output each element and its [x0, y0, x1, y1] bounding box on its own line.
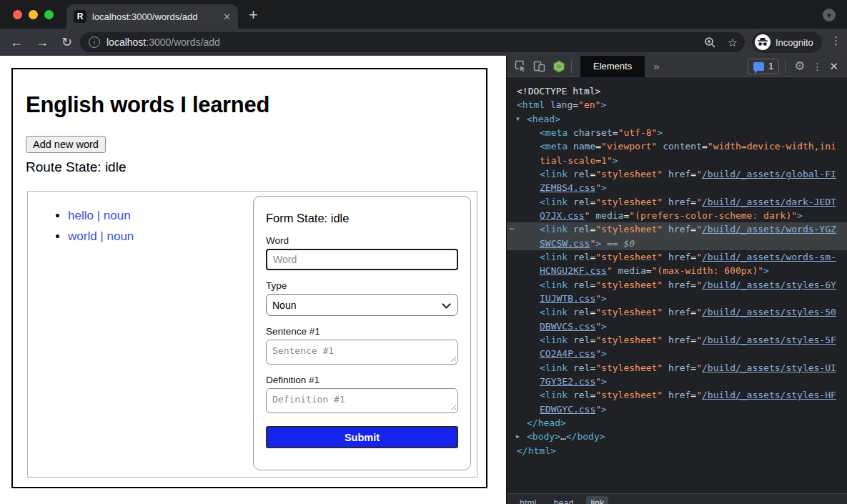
add-word-form: Form State: idle Word Type Noun Sentence…: [253, 196, 471, 470]
code-line[interactable]: SWCSW.css"> == $0: [507, 237, 847, 250]
stylesheet-href-link[interactable]: EDWGYC.css: [540, 404, 595, 415]
breadcrumb-link[interactable]: link: [586, 496, 608, 504]
submit-button[interactable]: Submit: [266, 426, 458, 448]
more-panels-chevrons-icon[interactable]: »: [653, 60, 659, 72]
code-line[interactable]: CO2A4P.css">: [507, 347, 847, 360]
device-toolbar-icon[interactable]: [533, 60, 545, 72]
stylesheet-href-link[interactable]: Q7JX.css: [540, 210, 585, 221]
breadcrumb-head[interactable]: head: [550, 496, 578, 504]
code-line[interactable]: <link rel="stylesheet" href="/build/_ass…: [507, 278, 847, 292]
code-line[interactable]: IUJWTB.css">: [507, 292, 847, 305]
tab-close-icon[interactable]: ✕: [223, 11, 231, 22]
devtools-close-icon[interactable]: ✕: [829, 60, 838, 73]
code-line[interactable]: <html lang="en">: [507, 98, 847, 112]
code-line[interactable]: EDWGYC.css">: [507, 402, 847, 416]
stylesheet-href-link[interactable]: SWCSW.css: [540, 238, 590, 249]
definition-label: Definition #1: [266, 375, 458, 385]
tab-elements[interactable]: Elements: [580, 56, 645, 77]
reload-button[interactable]: ↻: [61, 34, 72, 50]
line-gutter-dots: ⋯: [509, 222, 514, 236]
code-line[interactable]: <link rel="stylesheet" href="/build/_ass…: [507, 333, 847, 347]
issues-bubble-icon: [753, 62, 764, 71]
word-link[interactable]: world | noun: [68, 229, 134, 243]
bookmark-star-icon[interactable]: ☆: [728, 36, 738, 49]
stylesheet-href-link[interactable]: /build/_assets/styles-UI: [702, 362, 836, 373]
word-link[interactable]: hello | noun: [68, 209, 131, 222]
forward-button[interactable]: →: [36, 34, 49, 50]
add-new-word-button[interactable]: Add new word: [26, 136, 106, 153]
word-input[interactable]: [266, 249, 458, 270]
app-container: English words I learned Add new word Rou…: [11, 68, 487, 488]
breadcrumb-html[interactable]: html: [515, 496, 541, 504]
browser-window: R localhost:3000/words/add ✕ + ▼ ← → ↻ i…: [0, 0, 847, 504]
tab-search-chevron-icon[interactable]: ▼: [823, 9, 836, 21]
sentence-textarea[interactable]: [266, 340, 458, 365]
code-line[interactable]: <link rel="stylesheet" href="/build/_ass…: [507, 388, 847, 402]
sentence-label: Sentence #1: [266, 326, 458, 337]
type-select[interactable]: Noun: [266, 294, 458, 316]
stylesheet-href-link[interactable]: /build/_assets/styles-50: [702, 307, 836, 317]
code-line[interactable]: <link rel="stylesheet" href="/build/_ass…: [507, 195, 847, 209]
code-line[interactable]: </head>: [507, 416, 847, 430]
web-page: English words I learned Add new word Rou…: [0, 56, 505, 504]
stylesheet-href-link[interactable]: HCNGU2KF.css: [540, 265, 607, 276]
resize-handle-icon[interactable]: [450, 405, 457, 411]
code-line[interactable]: <link rel="stylesheet" href="/build/_ass…: [507, 361, 847, 375]
code-line[interactable]: </html>: [507, 444, 847, 458]
stylesheet-href-link[interactable]: /build/_assets/styles-5F: [702, 335, 836, 345]
node-icon[interactable]: [553, 60, 565, 73]
tab-title: localhost:3000/words/add: [92, 11, 219, 22]
code-line[interactable]: 7GY3E2.css">: [507, 375, 847, 388]
code-line[interactable]: DBWVCS.css">: [507, 320, 847, 333]
definition-textarea[interactable]: [266, 388, 458, 413]
stylesheet-href-link[interactable]: /build/_assets/global-FI: [702, 169, 836, 179]
stylesheet-href-link[interactable]: /build/_assets/words-YGZ: [702, 224, 836, 234]
zoom-icon[interactable]: [704, 36, 716, 49]
code-line[interactable]: <meta charset="utf-8">: [507, 126, 847, 139]
inspect-element-icon[interactable]: [514, 60, 526, 72]
stylesheet-href-link[interactable]: DBWVCS.css: [540, 321, 595, 332]
stylesheet-href-link[interactable]: /build/_assets/words-sm-: [702, 252, 836, 262]
expand-arrow-icon[interactable]: ▶: [516, 430, 520, 443]
devtools-menu-icon[interactable]: ⋮: [812, 61, 822, 72]
form-state-text: Form State: idle: [266, 212, 458, 225]
minimize-window-button[interactable]: [29, 10, 38, 19]
code-line[interactable]: ▼<head>: [507, 112, 847, 126]
route-state-text: Route State: idle: [26, 159, 486, 175]
code-line[interactable]: <!DOCTYPE html>: [507, 84, 847, 98]
code-line[interactable]: ⋯<link rel="stylesheet" href="/build/_as…: [507, 222, 847, 236]
code-line[interactable]: Q7JX.css" media="(prefers-color-scheme: …: [507, 209, 847, 222]
stylesheet-href-link[interactable]: ZEMBS4.css: [540, 182, 595, 193]
stylesheet-href-link[interactable]: IUJWTB.css: [540, 293, 595, 304]
word-label: Word: [266, 235, 458, 246]
toolbar-divider: [571, 60, 572, 73]
back-button[interactable]: ←: [10, 34, 23, 50]
stylesheet-href-link[interactable]: CO2A4P.css: [540, 348, 595, 359]
maximize-window-button[interactable]: [44, 10, 54, 19]
new-tab-button[interactable]: +: [249, 6, 258, 24]
code-line[interactable]: <link rel="stylesheet" href="/build/_ass…: [507, 250, 847, 264]
expand-arrow-icon[interactable]: ▼: [516, 112, 520, 126]
stylesheet-href-link[interactable]: /build/_assets/styles-6Y: [702, 280, 836, 290]
code-line[interactable]: HCNGU2KF.css" media="(max-width: 600px)"…: [507, 264, 847, 277]
site-info-icon[interactable]: i: [89, 36, 100, 48]
browser-menu-icon[interactable]: ⋮: [831, 34, 842, 47]
code-line[interactable]: <link rel="stylesheet" href="/build/_ass…: [507, 167, 847, 181]
code-line[interactable]: <link rel="stylesheet" href="/build/_ass…: [507, 305, 847, 319]
code-line[interactable]: <meta name="viewport" content="width=dev…: [507, 139, 847, 153]
remix-favicon-icon: R: [74, 10, 86, 23]
stylesheet-href-link[interactable]: 7GY3E2.css: [540, 376, 595, 387]
code-line[interactable]: ▶<body>…</body>: [507, 430, 847, 443]
stylesheet-href-link[interactable]: /build/_assets/styles-HF: [702, 390, 836, 400]
code-line[interactable]: ZEMBS4.css">: [507, 181, 847, 194]
address-bar[interactable]: i localhost:3000/words/add ☆: [80, 32, 745, 52]
issues-counter[interactable]: 1: [748, 59, 779, 74]
resize-handle-icon[interactable]: [450, 356, 457, 362]
toolbar-divider: [785, 60, 786, 73]
settings-gear-icon[interactable]: ⚙: [794, 59, 805, 74]
incognito-icon: [755, 34, 771, 50]
stylesheet-href-link[interactable]: /build/_assets/dark-JEDT: [702, 197, 836, 207]
code-line[interactable]: tial-scale=1">: [507, 154, 847, 167]
browser-tab[interactable]: R localhost:3000/words/add ✕: [66, 4, 238, 29]
close-window-button[interactable]: [13, 10, 22, 19]
